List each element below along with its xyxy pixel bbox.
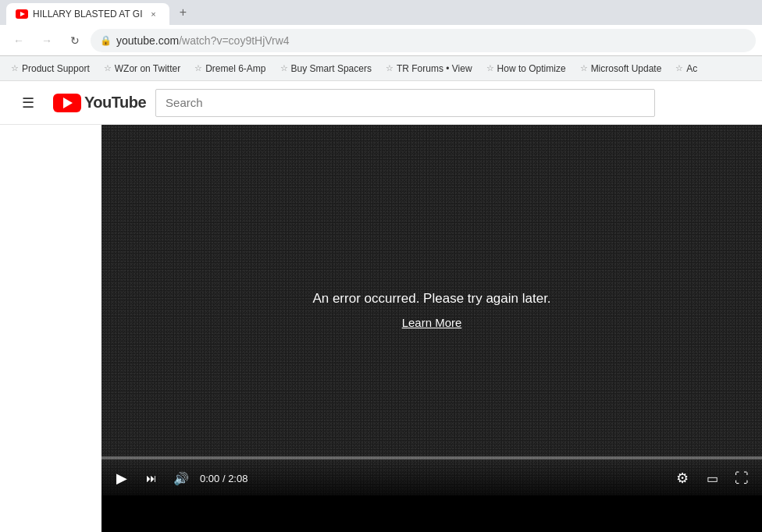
bookmark-star-icon: ☆ (194, 63, 202, 73)
bookmark-label: Microsoft Update (591, 63, 662, 74)
bookmark-star-icon: ☆ (11, 63, 19, 73)
forward-button[interactable]: → (34, 28, 59, 53)
video-volume-button[interactable]: 🔊 (170, 467, 192, 489)
video-skip-button[interactable]: ⏭ (141, 467, 162, 489)
bookmark-ac[interactable]: ☆ Ac (669, 60, 703, 77)
video-settings-button[interactable]: ⚙ (671, 467, 693, 489)
youtube-logo-text: YouTube (84, 94, 146, 112)
tab-favicon (16, 8, 28, 20)
back-button[interactable]: ← (6, 28, 31, 53)
youtube-search-input[interactable] (155, 89, 655, 117)
security-lock-icon: 🔒 (100, 35, 112, 46)
video-progress-bar[interactable] (101, 456, 762, 459)
active-tab[interactable]: HILLARY BLASTED AT GI × (6, 3, 169, 25)
video-time-display: 0:00 / 2:08 (200, 473, 247, 484)
bookmark-star-icon: ☆ (104, 63, 112, 73)
bookmark-microsoft-update[interactable]: ☆ Microsoft Update (574, 60, 668, 77)
bookmark-buy-smart-spacers[interactable]: ☆ Buy Smart Spacers (274, 60, 378, 77)
bookmark-label: WZor on Twitter (115, 63, 180, 74)
bookmark-label: How to Optimize (497, 63, 566, 74)
new-tab-button[interactable]: + (173, 2, 194, 23)
url-domain: youtube.com (116, 34, 179, 47)
video-theater-button[interactable]: ▭ (701, 467, 723, 489)
bookmark-how-to-optimize[interactable]: ☆ How to Optimize (480, 60, 572, 77)
bookmark-star-icon: ☆ (675, 63, 683, 73)
bookmark-dremel[interactable]: ☆ Dremel 6-Amp (188, 60, 272, 77)
video-fullscreen-button[interactable]: ⛶ (731, 467, 753, 489)
bookmark-tr-forums[interactable]: ☆ TR Forums • View (379, 60, 479, 77)
bookmark-wzor-twitter[interactable]: ☆ WZor on Twitter (98, 60, 187, 77)
reload-button[interactable]: ↻ (62, 28, 87, 53)
video-error-container: An error occurred. Please try again late… (312, 291, 550, 329)
bookmark-label: Product Support (22, 63, 90, 74)
main-content: An error occurred. Please try again late… (0, 125, 762, 532)
youtube-logo[interactable]: YouTube (53, 94, 146, 112)
video-learn-more-link[interactable]: Learn More (402, 316, 462, 329)
bookmark-star-icon: ☆ (486, 63, 494, 73)
url-display: youtube.com/watch?v=coy9tHjVrw4 (116, 34, 746, 47)
address-bar: ← → ↻ 🔒 youtube.com/watch?v=coy9tHjVrw4 (0, 25, 762, 56)
tab-close-button[interactable]: × (148, 8, 160, 20)
title-bar: HILLARY BLASTED AT GI × + (0, 0, 762, 25)
bookmark-label: Buy Smart Spacers (291, 63, 372, 74)
sidebar (0, 125, 101, 532)
url-bar[interactable]: 🔒 youtube.com/watch?v=coy9tHjVrw4 (91, 29, 756, 52)
bookmarks-bar: ☆ Product Support ☆ WZor on Twitter ☆ Dr… (0, 56, 762, 81)
youtube-play-icon (63, 98, 73, 108)
tab-title: HILLARY BLASTED AT GI (33, 9, 143, 20)
bookmark-label: Dremel 6-Amp (205, 63, 265, 74)
video-controls: ▶ ⏭ 🔊 0:00 / 2:08 ⚙ ▭ ⛶ (101, 461, 762, 495)
bookmark-label: Ac (686, 63, 697, 74)
video-area: An error occurred. Please try again late… (101, 125, 762, 532)
bookmark-star-icon: ☆ (386, 63, 393, 73)
bookmark-product-support[interactable]: ☆ Product Support (5, 60, 96, 77)
bookmark-star-icon: ☆ (280, 63, 288, 73)
url-path: /watch?v=coy9tHjVrw4 (179, 34, 289, 47)
bookmark-star-icon: ☆ (580, 63, 588, 73)
hamburger-menu-button[interactable]: ☰ (12, 87, 44, 119)
bookmark-label: TR Forums • View (397, 63, 472, 74)
youtube-header: ☰ YouTube (0, 81, 762, 125)
tab-area: HILLARY BLASTED AT GI × + (6, 0, 756, 25)
video-play-button[interactable]: ▶ (111, 467, 133, 489)
video-error-message: An error occurred. Please try again late… (312, 291, 550, 307)
video-player: An error occurred. Please try again late… (101, 125, 762, 495)
youtube-logo-icon (53, 94, 81, 112)
